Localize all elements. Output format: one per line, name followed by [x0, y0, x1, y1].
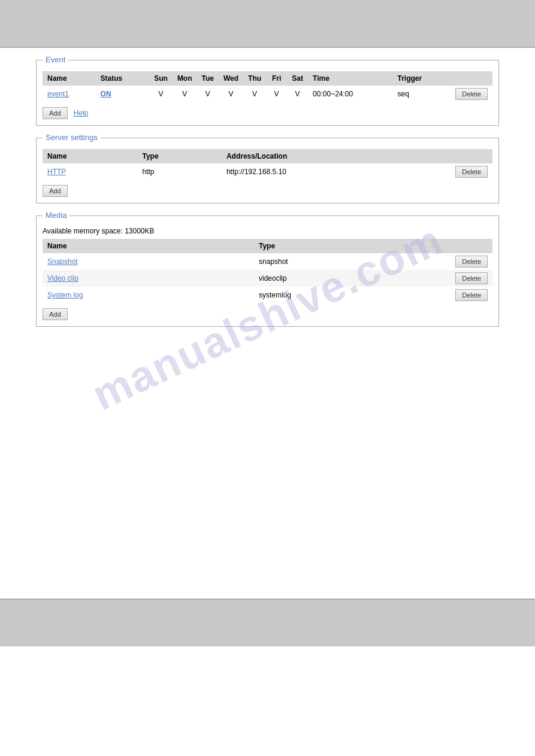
media-row-0-name: Snapshot — [43, 253, 254, 270]
table-row: event1 ON V V V V V V V 00:00~24:00 seq — [43, 86, 492, 102]
media-section-title: Media — [43, 211, 69, 220]
media-row-1-type: videoclip — [254, 270, 451, 287]
event-col-time: Time — [308, 71, 392, 86]
server-row-delete-cell: Delete — [451, 163, 492, 180]
server-table-header-row: Name Type Address/Location — [43, 149, 492, 163]
table-row: Video clip videoclip Delete — [43, 270, 492, 287]
videoclip-link[interactable]: Video clip — [47, 274, 78, 283]
event-row-mon: V — [173, 86, 197, 102]
event-section-content: Name Status Sun Mon Tue Wed Thu Fri Sat … — [43, 71, 492, 119]
table-row: Snapshot snapshot Delete — [43, 253, 492, 270]
event-col-trigger: Trigger — [393, 71, 451, 86]
server-settings-table: Name Type Address/Location HTTP http htt… — [43, 149, 492, 180]
media-table-header-row: Name Type — [43, 239, 492, 253]
server-col-address: Address/Location — [222, 149, 451, 163]
event-row-wed: V — [219, 86, 243, 102]
media-row-0-delete-cell: Delete — [451, 253, 492, 270]
event-row-name: event1 — [43, 86, 96, 102]
media-col-name: Name — [43, 239, 254, 253]
available-memory-label: Available memory space: 13000KB — [43, 227, 492, 235]
event-row-sun: V — [149, 86, 173, 102]
server-col-type: Type — [138, 149, 222, 163]
media-row-1-name: Video clip — [43, 270, 254, 287]
server-settings-content: Name Type Address/Location HTTP http htt… — [43, 149, 492, 197]
videoclip-delete-button[interactable]: Delete — [455, 272, 488, 284]
event-row-tue: V — [197, 86, 219, 102]
event-col-status: Status — [96, 71, 150, 86]
server-add-row: Add — [43, 185, 492, 197]
event-row-trigger: seq — [393, 86, 451, 102]
event-table: Name Status Sun Mon Tue Wed Thu Fri Sat … — [43, 71, 492, 102]
event-add-button[interactable]: Add — [43, 107, 68, 119]
content-area: Event Name Status Sun Mon Tue Wed Thu Fr… — [0, 48, 535, 351]
event-row-sat: V — [287, 86, 308, 102]
media-col-type: Type — [254, 239, 451, 253]
event-col-name: Name — [43, 71, 96, 86]
systemlog-delete-button[interactable]: Delete — [455, 289, 488, 301]
server-row-address: http://192.168.5.10 — [222, 163, 451, 180]
media-section-content: Available memory space: 13000KB Name Typ… — [43, 227, 492, 320]
event-table-header-row: Name Status Sun Mon Tue Wed Thu Fri Sat … — [43, 71, 492, 86]
event-section: Event Name Status Sun Mon Tue Wed Thu Fr… — [36, 60, 499, 126]
media-add-row: Add — [43, 308, 492, 320]
event-row-thu: V — [243, 86, 266, 102]
media-row-2-name: System log — [43, 287, 254, 303]
media-row-2-delete-cell: Delete — [451, 287, 492, 303]
media-section: Media Available memory space: 13000KB Na… — [36, 215, 499, 327]
event-row-fri: V — [266, 86, 287, 102]
event-add-row: Add Help — [43, 107, 492, 119]
event1-status[interactable]: ON — [101, 90, 111, 98]
event-row-status: ON — [96, 86, 150, 102]
event-col-wed: Wed — [219, 71, 243, 86]
media-add-button[interactable]: Add — [43, 308, 68, 320]
server-col-action — [451, 149, 492, 163]
media-row-0-type: snapshot — [254, 253, 451, 270]
event-col-action — [451, 71, 492, 86]
snapshot-link[interactable]: Snapshot — [47, 257, 78, 266]
event-row-time: 00:00~24:00 — [308, 86, 392, 102]
media-row-2-type: systemlog — [254, 287, 451, 303]
media-table: Name Type Snapshot snapshot Delete — [43, 239, 492, 303]
event-col-thu: Thu — [243, 71, 266, 86]
server-row-type: http — [138, 163, 222, 180]
top-bar — [0, 0, 535, 48]
event-help-link[interactable]: Help — [74, 109, 89, 117]
media-row-1-delete-cell: Delete — [451, 270, 492, 287]
table-row: System log systemlog Delete — [43, 287, 492, 303]
table-row: HTTP http http://192.168.5.10 Delete — [43, 163, 492, 180]
event-delete-button[interactable]: Delete — [455, 88, 488, 100]
server-add-button[interactable]: Add — [43, 185, 68, 197]
server-settings-title: Server settings — [43, 133, 101, 142]
snapshot-delete-button[interactable]: Delete — [455, 256, 488, 268]
event-col-fri: Fri — [266, 71, 287, 86]
event-row-delete-cell: Delete — [451, 86, 492, 102]
event1-link[interactable]: event1 — [47, 90, 69, 98]
http-link[interactable]: HTTP — [47, 168, 66, 176]
event-col-tue: Tue — [197, 71, 219, 86]
server-col-name: Name — [43, 149, 138, 163]
server-settings-section: Server settings Name Type Address/Locati… — [36, 138, 499, 204]
server-row-name: HTTP — [43, 163, 138, 180]
event-col-sun: Sun — [149, 71, 173, 86]
systemlog-link[interactable]: System log — [47, 291, 83, 299]
media-col-action — [451, 239, 492, 253]
event-col-sat: Sat — [287, 71, 308, 86]
event-section-title: Event — [43, 55, 68, 64]
bottom-bar — [0, 599, 535, 646]
event-col-mon: Mon — [173, 71, 197, 86]
server-delete-button[interactable]: Delete — [455, 166, 488, 178]
